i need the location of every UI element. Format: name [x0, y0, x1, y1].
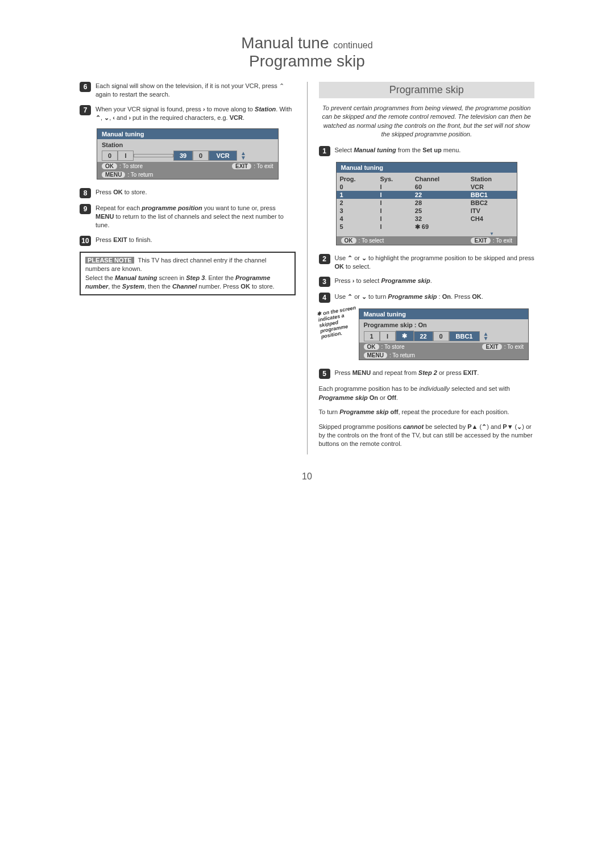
menu-text: : To return — [389, 352, 415, 358]
step-1-num: 1 — [319, 146, 330, 156]
ok-text: : To select — [359, 237, 384, 244]
para1: Each programme position has to be indivi… — [319, 385, 535, 402]
column-divider — [307, 82, 308, 454]
step-2-text: Use ⌃ or ⌄ to highlight the programme po… — [335, 254, 535, 272]
step-10-text: Press EXIT to finish. — [96, 236, 152, 246]
step-8-num: 8 — [80, 188, 91, 198]
osd-programme-skip: Manual tuning Programme skip : On 1 I ✱ … — [359, 308, 529, 360]
left-column: 6 Each signal will show on the televisio… — [80, 82, 296, 454]
osd-cell: 0 — [102, 151, 118, 161]
title-main: Manual tune — [241, 34, 329, 52]
table-row: 0I60VCR — [337, 183, 517, 191]
menu-text: : To return — [127, 172, 153, 178]
exit-text: : To exit — [254, 163, 273, 169]
step-1-text: Select Manual tuning from the Set up men… — [335, 146, 461, 156]
step-9-num: 9 — [80, 204, 91, 214]
ok-text: : To store — [381, 344, 405, 350]
tuning-table: Prog. Sys. Channel Station 0I60VCR 1I22B… — [337, 175, 517, 231]
para3: Skipped programme positions cannot be se… — [319, 423, 535, 449]
osd-subtitle: Programme skip : On — [364, 322, 524, 328]
osd-cell: I — [118, 151, 134, 161]
title-sub: continued — [333, 40, 372, 50]
osd-header: Manual tuning — [359, 309, 529, 319]
osd-cell: 22 — [414, 331, 433, 341]
step-5-num: 5 — [319, 369, 330, 379]
intro-text: To prevent certain programmes from being… — [319, 104, 535, 139]
osd-cell: VCR — [209, 151, 237, 161]
up-down-arrows-icon: ▲▼ — [483, 332, 489, 341]
osd-header: Manual tuning — [97, 129, 278, 139]
osd-manual-tuning-station: Manual tuning Station 0 I 39 0 VCR ▲▼ — [97, 128, 279, 180]
osd-cell: BBC1 — [449, 331, 480, 341]
osd-cell: I — [380, 331, 396, 341]
table-row: 1I22BBC1 — [337, 191, 517, 199]
step-7-num: 7 — [80, 105, 91, 115]
please-note-box: PLEASE NOTE This TV has direct channel e… — [80, 252, 296, 296]
exit-text: : To exit — [493, 237, 512, 244]
step-4-num: 4 — [319, 293, 330, 303]
note-line2: Select the Manual tuning screen in Step … — [85, 274, 275, 290]
table-row: 4I32CH4 — [337, 215, 517, 223]
step-7-text: When your VCR signal is found, press › t… — [96, 105, 296, 123]
col-sys: Sys. — [376, 175, 411, 183]
section-title: Programme skip — [319, 82, 535, 98]
table-row: 2I28BBC2 — [337, 199, 517, 207]
ok-pill: OK — [364, 344, 379, 350]
step-10-num: 10 — [80, 236, 91, 246]
osd-cell: 0 — [193, 151, 209, 161]
exit-pill: EXIT — [482, 344, 501, 350]
osd-label: Station — [102, 141, 273, 148]
menu-pill: MENU — [364, 352, 387, 358]
col-channel: Channel — [412, 175, 467, 183]
step-6-text: Each signal will show on the television,… — [96, 82, 296, 99]
step-4-text: Use ⌃ or ⌄ to turn Programme skip : On. … — [335, 293, 483, 303]
menu-pill: MENU — [102, 172, 125, 178]
osd-cell: 0 — [433, 331, 449, 341]
please-note-badge: PLEASE NOTE — [85, 257, 134, 264]
exit-text: : To exit — [504, 344, 524, 350]
col-prog: Prog. — [337, 175, 377, 183]
ok-pill: OK — [341, 237, 356, 244]
col-station: Station — [467, 175, 517, 183]
step-5-text: Press MENU and repeat from Step 2 or pre… — [335, 369, 479, 379]
page-title: Manual tune continued Programme skip — [80, 34, 534, 70]
right-column: Programme skip To prevent certain progra… — [319, 82, 535, 454]
step-6-num: 6 — [80, 82, 91, 92]
table-row: 5I✱ 69 — [337, 223, 517, 231]
down-arrow-icon: ▼ — [337, 231, 517, 236]
osd-cell: 39 — [173, 151, 193, 161]
osd-cell: 1 — [364, 331, 380, 341]
exit-pill: EXIT — [471, 237, 490, 244]
up-down-arrows-icon: ▲▼ — [240, 151, 246, 160]
skip-indicator-label: ✱ on the screen indicates a skipped prog… — [317, 306, 361, 340]
step-2-num: 2 — [319, 254, 330, 264]
ok-text: : To store — [119, 163, 143, 169]
table-row: 3I25ITV — [337, 207, 517, 215]
osd-cell-star: ✱ — [396, 331, 414, 341]
ok-pill: OK — [102, 163, 117, 169]
step-8-text: Press OK to store. — [96, 188, 147, 198]
title-line2: Programme skip — [80, 52, 534, 70]
step-3-text: Press › to select Programme skip. — [335, 277, 432, 287]
exit-pill: EXIT — [232, 163, 251, 169]
page-number: 10 — [80, 471, 534, 482]
step-3-num: 3 — [319, 277, 330, 287]
step-9-text: Repeat for each programme position you w… — [96, 204, 296, 230]
para2: To turn Programme skip off, repeat the p… — [319, 408, 535, 416]
osd-header: Manual tuning — [337, 162, 517, 173]
osd-manual-tuning-list: Manual tuning Prog. Sys. Channel Station… — [336, 162, 518, 245]
